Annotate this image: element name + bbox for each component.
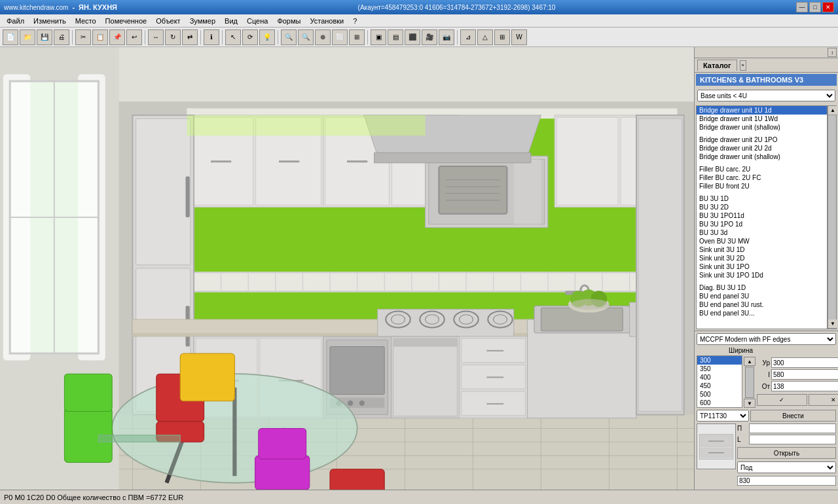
catalog-item-0[interactable]: Bridge drawer unit 1U 1d xyxy=(697,106,827,115)
minimize-button[interactable]: — xyxy=(796,2,808,12)
paste-button[interactable]: 📌 xyxy=(109,29,125,45)
zoom-win-button[interactable]: ⬜ xyxy=(332,29,348,45)
catalog-list[interactable]: Bridge drawer unit 1U 1dBridge drawer un… xyxy=(696,105,828,329)
view-btn-2[interactable]: ▤ xyxy=(388,29,403,45)
save-button[interactable]: 💾 xyxy=(37,29,52,45)
zoom-all-button[interactable]: ⊕ xyxy=(315,29,331,45)
open-button[interactable]: 📁 xyxy=(20,29,35,45)
size-item-450[interactable]: 450 xyxy=(697,382,742,390)
catalog-item-18[interactable]: Sink unit 3U 1D xyxy=(697,245,827,254)
zoom-out-button[interactable]: 🔍 xyxy=(298,29,314,45)
menu-item-сцена[interactable]: Сцена xyxy=(243,16,272,26)
view-btn-1[interactable]: ▣ xyxy=(371,29,386,45)
catalog-item-1[interactable]: Bridge drawer unit 1U 1Wd xyxy=(697,115,827,123)
close-button[interactable]: ✕ xyxy=(822,2,834,12)
catalog-item-4[interactable]: Bridge drawer unit 2U 1PO xyxy=(697,135,827,144)
size-item-400[interactable]: 400 xyxy=(697,373,742,382)
size-scroll-down[interactable]: ▼ xyxy=(744,399,756,408)
rotate-button[interactable]: ↻ xyxy=(165,29,181,45)
catalog-item-8[interactable]: Filler BU carc. 2U xyxy=(697,165,827,173)
view-btn-3[interactable]: ⬛ xyxy=(405,29,420,45)
catalog-item-25[interactable]: BU end panel 3U rust. xyxy=(697,300,827,309)
menu-item-файл[interactable]: Файл xyxy=(3,16,28,26)
bottom-panel: MCCPF Modern with PF edges Ширина 300350… xyxy=(695,331,838,490)
size-input-ur[interactable] xyxy=(771,357,838,368)
catalog-item-17[interactable]: Oven BU 3U MW xyxy=(697,237,827,245)
extra-btn-4[interactable]: W xyxy=(511,29,527,45)
menu-item-формы[interactable]: Формы xyxy=(273,16,304,26)
size-item-300[interactable]: 300 xyxy=(697,356,742,365)
catalog-tab[interactable]: Каталог xyxy=(697,60,737,71)
preview-l-input[interactable] xyxy=(749,435,836,444)
panel-icon-1[interactable]: ↕ xyxy=(828,48,837,57)
print-button[interactable]: 🖨 xyxy=(54,29,69,45)
catalog-item-5[interactable]: Bridge drawer unit 2U 2d xyxy=(697,144,827,153)
catalog-tab-close[interactable]: × xyxy=(740,60,746,71)
menu-item-место[interactable]: Место xyxy=(71,16,100,26)
catalog-item-21[interactable]: Sink unit 3U 1PO 1Dd xyxy=(697,271,827,279)
menu-item-установки[interactable]: Установки xyxy=(306,16,348,26)
catalog-scrollbar[interactable]: ▲ ▼ xyxy=(828,105,837,329)
zoom-custom-button[interactable]: ⊞ xyxy=(349,29,365,45)
catalog-item-14[interactable]: BU 3U 1PO11d xyxy=(697,211,827,220)
maximize-button[interactable]: □ xyxy=(809,2,821,12)
undo-button[interactable]: ↩ xyxy=(126,29,142,45)
catalog-item-20[interactable]: Sink unit 3U 1PO xyxy=(697,262,827,271)
menu-item-объект[interactable]: Объект xyxy=(152,16,184,26)
preview-p-input[interactable] xyxy=(749,423,836,433)
catalog-item-6[interactable]: Bridge drawer unit (shallow) xyxy=(697,153,827,161)
style-select[interactable]: MCCPF Modern with PF edges xyxy=(697,333,836,345)
catalog-item-9[interactable]: Filler BU carc. 2U FC xyxy=(697,173,827,182)
size-item-600[interactable]: 600 xyxy=(697,399,742,407)
value-830-input[interactable] xyxy=(737,476,836,486)
catalog-filter-select[interactable]: Base units < 4U xyxy=(697,90,835,101)
insert-button[interactable]: Внести xyxy=(750,410,836,422)
catalog-item-23[interactable]: Diag. BU 3U 1D xyxy=(697,283,827,292)
refresh-button[interactable]: ⟳ xyxy=(242,29,258,45)
menu-item-помеченное[interactable]: Помеченное xyxy=(101,16,151,26)
menu-item-изменить[interactable]: Изменить xyxy=(29,16,70,26)
catalog-item-26[interactable]: BU end panel 3U... xyxy=(697,309,827,317)
move-button[interactable]: ↔ xyxy=(148,29,164,45)
view-btn-5[interactable]: 📷 xyxy=(439,29,454,45)
catalog-item-12[interactable]: BU 3U 1D xyxy=(697,194,827,203)
view-btn-4[interactable]: 🎥 xyxy=(422,29,437,45)
size-item-500[interactable]: 500 xyxy=(697,390,742,399)
size-cancel-btn[interactable]: ✕ xyxy=(809,394,839,406)
catalog-item-15[interactable]: BU 3U 1PO 1d xyxy=(697,220,827,228)
catalog-item-13[interactable]: BU 3U 2D xyxy=(697,203,827,211)
catalog-item-24[interactable]: BU end panel 3U xyxy=(697,292,827,300)
size-input-ot[interactable] xyxy=(771,381,838,391)
menu-item-вид[interactable]: Вид xyxy=(221,16,242,26)
new-button[interactable]: 📄 xyxy=(3,29,18,45)
insert-code-select[interactable]: TP11T30 xyxy=(697,410,749,422)
kitchen-scene xyxy=(0,47,694,490)
cursor-button[interactable]: ↖ xyxy=(225,29,241,45)
zoom-in-button[interactable]: 🔍 xyxy=(281,29,297,45)
cut-button[interactable]: ✂ xyxy=(75,29,91,45)
catalog-item-10[interactable]: Filler BU front 2U xyxy=(697,182,827,190)
extra-btn-2[interactable]: △ xyxy=(477,29,493,45)
size-input-i[interactable] xyxy=(771,369,838,380)
catalog-scroll-up[interactable]: ▲ xyxy=(828,106,837,115)
catalog-item-19[interactable]: Sink unit 3U 2D xyxy=(697,254,827,262)
viewport[interactable] xyxy=(0,47,694,490)
extra-btn-1[interactable]: ⊿ xyxy=(460,29,476,45)
open-button[interactable]: Открыть xyxy=(737,447,836,459)
preview-p-label: П xyxy=(737,425,748,432)
menu-item-зуммер[interactable]: Зуммер xyxy=(186,16,219,26)
catalog-item-16[interactable]: BU 3U 3d xyxy=(697,228,827,237)
lamp-button[interactable]: 💡 xyxy=(259,29,275,45)
size-scroll-up[interactable]: ▲ xyxy=(744,357,756,366)
pod-select[interactable]: Под xyxy=(737,461,836,473)
extra-btn-3[interactable]: ⊞ xyxy=(494,29,510,45)
catalog-item-2[interactable]: Bridge drawer unit (shallow) xyxy=(697,123,827,132)
size-item-350[interactable]: 350 xyxy=(697,365,742,373)
info-button[interactable]: ℹ xyxy=(204,29,219,45)
copy-button[interactable]: 📋 xyxy=(92,29,108,45)
menu-item-?[interactable]: ? xyxy=(349,16,361,26)
size-apply-btn[interactable]: ✓ xyxy=(757,394,807,406)
catalog-scroll-down[interactable]: ▼ xyxy=(828,319,837,329)
size-list[interactable]: 300350400450500600 xyxy=(697,355,742,408)
mirror-button[interactable]: ⇄ xyxy=(182,29,198,45)
